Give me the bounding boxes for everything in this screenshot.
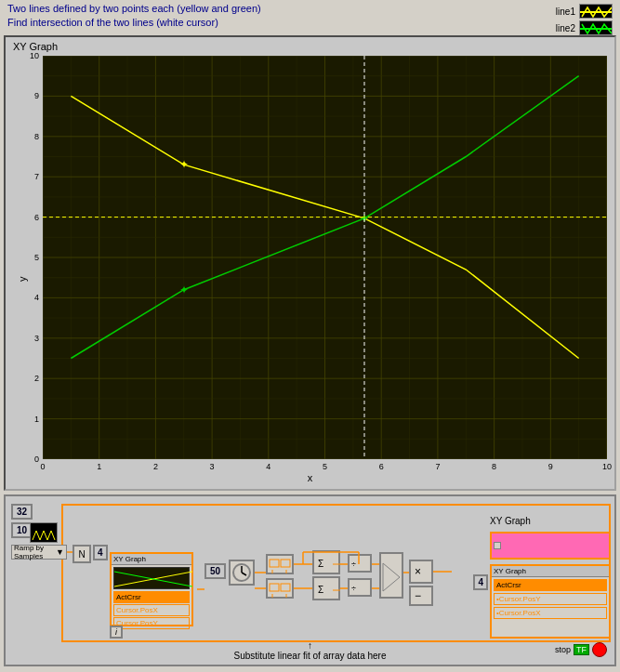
num-50-display: 50 — [204, 563, 226, 579]
svg-rect-53 — [270, 560, 279, 567]
cursor-posy-right: •Cursor.PosY — [494, 593, 607, 605]
xy-graph-right-block: XY Graph ActCrsr •Cursor.PosY •Cursor.Po… — [490, 564, 611, 639]
i-indicator-left: i — [110, 626, 123, 639]
graph-display-area — [503, 534, 609, 558]
x-tick-7: 7 — [435, 463, 440, 471]
num-4-right-display: 4 — [473, 574, 488, 590]
svg-marker-67 — [383, 563, 400, 591]
svg-text:✦: ✦ — [179, 158, 189, 171]
svg-text:×: × — [415, 565, 421, 578]
x-tick-10: 10 — [602, 463, 612, 471]
description-text: Two lines defined by two points each (ye… — [7, 2, 261, 31]
y-tick-3: 3 — [34, 334, 39, 342]
subtract-block: − — [409, 586, 433, 606]
legend-line2-box — [579, 20, 613, 35]
connector-dot — [494, 542, 501, 549]
x-tick-1: 1 — [97, 463, 101, 471]
graph-canvas[interactable]: ✦✦✦✦ — [43, 56, 607, 459]
substitute-arrow-up: ↑ — [234, 640, 387, 651]
y-tick-4: 4 — [34, 294, 39, 302]
desc-line1: Two lines defined by two points each (ye… — [7, 3, 261, 14]
math-block-2: ÷ — [348, 578, 372, 597]
description-bar: Two lines defined by two points each (ye… — [0, 0, 620, 35]
act-crsr-right: ActCrsr — [494, 579, 607, 591]
block-diagram: 32 10 Ramp by Samples ▼ N 4 XY Graph — [4, 494, 616, 666]
multiply-block: × — [409, 560, 433, 584]
y-tick-8: 8 — [34, 132, 39, 140]
legend-line1-label: line1 — [556, 7, 575, 17]
xy-graph-right-output — [490, 532, 611, 560]
num-4-left-display: 4 — [93, 545, 108, 560]
legend-line2: line2 — [556, 20, 613, 35]
x-tick-2: 2 — [153, 463, 158, 471]
desc-line2: Find intersection of the two lines (whit… — [7, 17, 218, 28]
x-tick-3: 3 — [210, 463, 215, 471]
xy-graph-inner-title: XY Graph — [112, 554, 191, 565]
xy-graph-inner-block: XY Graph ActCrsr Cursor.PosX Cursor.PosY — [110, 552, 193, 626]
mini-graph — [113, 567, 190, 589]
cursor-posy-inner: Cursor.PosY — [113, 617, 190, 629]
svg-text:−: − — [415, 589, 421, 602]
y-tick-0: 0 — [34, 455, 39, 464]
x-tick-0: 0 — [40, 463, 45, 471]
x-tick-9: 9 — [548, 463, 553, 471]
x-tick-5: 5 — [323, 463, 327, 471]
xy-graph-right-label: XY Graph — [492, 566, 609, 577]
graph-panel: XY Graph y x 012345678910 012345678910 ✦… — [4, 35, 616, 491]
array-block-1 — [266, 554, 294, 574]
legend-area: line1 line2 — [556, 4, 613, 35]
func-block-1: Σ — [312, 550, 340, 574]
timer-block — [229, 560, 255, 586]
legend-line1-box — [579, 4, 613, 19]
y-tick-6: 6 — [34, 213, 39, 221]
num-32-display: 32 — [11, 504, 33, 520]
svg-rect-58 — [281, 584, 290, 591]
svg-text:÷: ÷ — [351, 560, 356, 569]
tf-indicator: TF — [574, 644, 589, 655]
compare-block — [379, 552, 403, 599]
cursor-posx-inner: Cursor.PosX — [113, 604, 190, 616]
svg-rect-54 — [281, 560, 290, 567]
act-crsr-label: ActCrsr — [113, 591, 190, 603]
array-block-2 — [266, 578, 294, 599]
substitute-label: ↑ Substitute linear fit of array data he… — [234, 640, 387, 661]
x-tick-4: 4 — [266, 463, 270, 471]
svg-text:✦: ✦ — [179, 283, 189, 296]
svg-text:÷: ÷ — [351, 584, 356, 593]
n-block: N — [73, 545, 91, 563]
waveform-icon — [30, 522, 58, 543]
x-tick-6: 6 — [379, 463, 384, 471]
y-tick-7: 7 — [34, 173, 39, 181]
x-ticks: 012345678910 — [43, 463, 607, 478]
y-tick-10: 10 — [30, 52, 39, 60]
svg-text:Σ: Σ — [318, 585, 323, 595]
ramp-dropdown[interactable]: Ramp by Samples ▼ — [11, 545, 67, 560]
math-block-1: ÷ — [348, 554, 372, 573]
svg-rect-57 — [270, 584, 279, 591]
y-ticks: 012345678910 — [6, 56, 41, 459]
x-tick-8: 8 — [492, 463, 496, 471]
legend-line1: line1 — [556, 4, 613, 19]
graph-svg: ✦✦✦✦ — [43, 56, 607, 459]
y-tick-1: 1 — [34, 415, 39, 423]
func-block-2: Σ — [312, 576, 340, 600]
legend-line2-label: line2 — [556, 23, 575, 33]
y-tick-5: 5 — [34, 254, 39, 262]
y-tick-9: 9 — [34, 92, 39, 100]
svg-text:Σ: Σ — [318, 559, 323, 569]
stop-control: stop TF — [555, 642, 607, 657]
cursor-posx-right: •Cursor.PosX — [494, 607, 607, 619]
stop-button[interactable] — [592, 642, 607, 657]
y-tick-2: 2 — [34, 375, 39, 383]
